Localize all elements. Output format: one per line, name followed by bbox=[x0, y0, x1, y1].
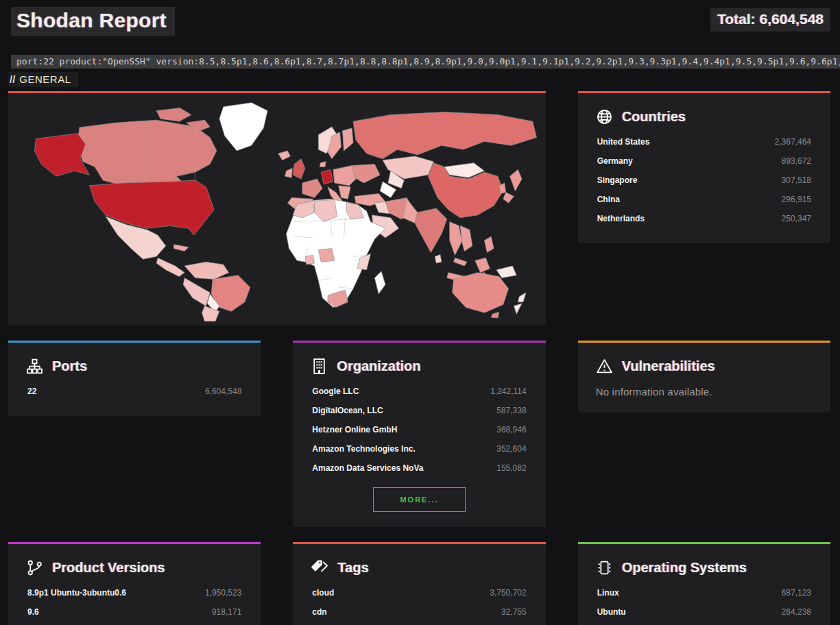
ports-list: 226,604,548 bbox=[26, 382, 243, 401]
ports-panel: Ports 226,604,548 bbox=[8, 341, 261, 416]
list-item[interactable]: 9.6918,171 bbox=[26, 602, 243, 622]
total-label: Total: bbox=[717, 11, 756, 27]
list-item[interactable]: cdn32,755 bbox=[311, 602, 527, 622]
vulnerabilities-panel: Vulnerabilities No information available… bbox=[578, 341, 830, 413]
list-item[interactable]: DigitalOcean, LLC587,338 bbox=[311, 401, 527, 420]
list-item[interactable]: Hetzner Online GmbH368,946 bbox=[311, 420, 527, 439]
more-button[interactable]: MORE... bbox=[373, 487, 465, 512]
organization-panel: Organization Google LLC1,242,114 Digital… bbox=[293, 341, 545, 527]
list-item[interactable]: cloud3,750,702 bbox=[311, 583, 527, 602]
list-item[interactable]: Amazon Data Services NoVa155,082 bbox=[311, 458, 527, 478]
more-wrap: MORE... bbox=[311, 487, 527, 512]
section-prefix: // bbox=[10, 73, 15, 85]
map-panel bbox=[8, 91, 546, 326]
report-grid: Countries United States2,367,464 Germany… bbox=[8, 91, 830, 625]
list-item[interactable]: Singapore307,518 bbox=[596, 171, 813, 190]
vulnerabilities-title: Vulnerabilities bbox=[596, 358, 813, 375]
operating-systems-panel: Operating Systems Linux687,123 Ubuntu264… bbox=[578, 542, 830, 625]
product-versions-list: 8.9p1 Ubuntu-3ubuntu0.61,950,523 9.6918,… bbox=[26, 583, 243, 625]
header: Shodan Report Total:6,604,548 bbox=[0, 0, 840, 36]
countries-title: Countries bbox=[596, 108, 813, 125]
tags-panel: Tags cloud3,750,702 cdn32,755 scanner899 bbox=[293, 542, 545, 625]
list-item[interactable]: Netherlands250,347 bbox=[596, 209, 813, 228]
list-item[interactable]: Google LLC1,242,114 bbox=[311, 382, 527, 401]
search-query-bar: port:22 product:"OpenSSH" version:8.5,8.… bbox=[11, 55, 840, 69]
list-item[interactable]: United States2,367,464 bbox=[596, 132, 813, 151]
organization-list: Google LLC1,242,114 DigitalOcean, LLC587… bbox=[311, 382, 527, 478]
page-title: Shodan Report bbox=[11, 7, 175, 36]
tags-icon bbox=[311, 559, 328, 576]
list-item[interactable]: Ubuntu264,238 bbox=[596, 602, 813, 622]
list-item[interactable]: China296,915 bbox=[596, 190, 813, 209]
vulnerabilities-empty-message: No information available. bbox=[596, 386, 813, 397]
operating-systems-title: Operating Systems bbox=[596, 559, 813, 576]
product-versions-title: Product Versions bbox=[26, 559, 243, 576]
list-item[interactable]: 8.9p1 Ubuntu-3ubuntu0.61,950,523 bbox=[26, 583, 243, 602]
tags-list: cloud3,750,702 cdn32,755 scanner899 bbox=[311, 583, 527, 625]
list-item[interactable]: FreeBSD55,084 bbox=[596, 622, 813, 625]
world-map-svg bbox=[14, 97, 540, 321]
version-branch-icon bbox=[26, 559, 43, 576]
section-general-label: //GENERAL bbox=[8, 72, 78, 87]
list-item[interactable]: 226,604,548 bbox=[26, 382, 243, 401]
globe-icon bbox=[596, 108, 613, 125]
organization-title: Organization bbox=[311, 358, 527, 375]
total-value: 6,604,548 bbox=[760, 11, 824, 27]
product-versions-panel: Product Versions 8.9p1 Ubuntu-3ubuntu0.6… bbox=[8, 542, 261, 625]
operating-systems-list: Linux687,123 Ubuntu264,238 FreeBSD55,084 bbox=[596, 583, 813, 625]
countries-list: United States2,367,464 Germany893,672 Si… bbox=[596, 132, 813, 228]
list-item[interactable]: 8.9p1 Ubuntu-3ubuntu0.7891,601 bbox=[26, 622, 243, 625]
total-badge: Total:6,604,548 bbox=[710, 8, 830, 32]
list-item[interactable]: Germany893,672 bbox=[596, 151, 813, 171]
chip-icon bbox=[596, 559, 613, 576]
ports-title: Ports bbox=[26, 358, 243, 375]
warning-icon bbox=[596, 358, 613, 375]
building-icon bbox=[311, 358, 328, 375]
list-item[interactable]: scanner899 bbox=[311, 622, 527, 625]
list-item[interactable]: Amazon Technologies Inc.352,604 bbox=[311, 439, 527, 458]
tags-title: Tags bbox=[311, 559, 527, 576]
sitemap-icon bbox=[26, 358, 43, 375]
list-item[interactable]: Linux687,123 bbox=[596, 583, 813, 602]
countries-panel: Countries United States2,367,464 Germany… bbox=[578, 91, 830, 243]
